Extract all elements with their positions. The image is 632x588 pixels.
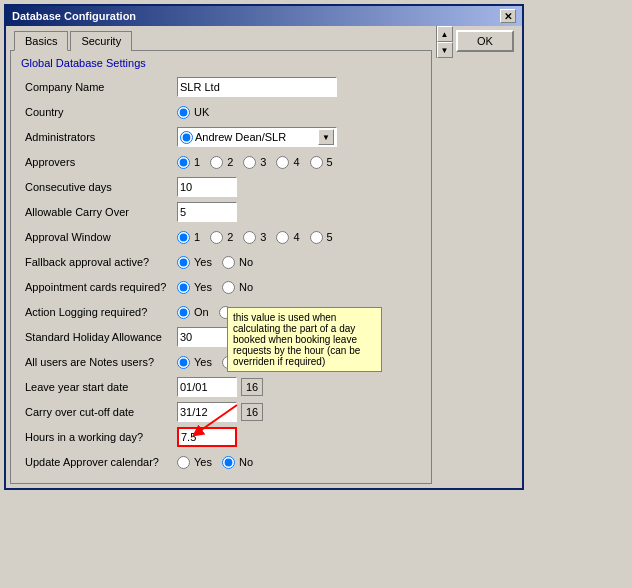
appointment-radio-yes[interactable] <box>177 281 190 294</box>
appwindow-opt-5: 5 <box>327 231 333 243</box>
scroll-down-button[interactable]: ▼ <box>437 42 453 58</box>
country-radio[interactable] <box>177 106 190 119</box>
title-bar: Database Configuration ✕ <box>6 6 522 26</box>
approval-window-radio-group: 1 2 3 4 5 <box>177 231 425 244</box>
fallback-yes-label: Yes <box>194 256 212 268</box>
actionlog-on-label: On <box>194 306 209 318</box>
appwindow-opt-3: 3 <box>260 231 266 243</box>
approvers-opt-5: 5 <box>327 156 333 168</box>
approvers-radio-2[interactable] <box>210 156 223 169</box>
appointment-radio-group: Yes No <box>177 281 425 294</box>
update-approver-radio-group: Yes No <box>177 456 425 469</box>
appwindow-radio-4[interactable] <box>276 231 289 244</box>
allowable-carry-over-control <box>177 202 425 222</box>
approvers-opt-2: 2 <box>227 156 233 168</box>
dropdown-arrow-icon[interactable]: ▼ <box>318 129 334 145</box>
appwindow-radio-5[interactable] <box>310 231 323 244</box>
company-name-label: Company Name <box>17 81 177 93</box>
update-approver-label: Update Approver calendar? <box>17 456 177 468</box>
appointment-yes-label: Yes <box>194 281 212 293</box>
appwindow-opt-1: 1 <box>194 231 200 243</box>
approvers-row: Approvers 1 2 3 4 5 <box>17 152 425 172</box>
approvers-control: 1 2 3 4 5 <box>177 156 425 169</box>
administrators-control: Andrew Dean/SLR ▼ <box>177 127 425 147</box>
tooltip-box: this value is used when calculating the … <box>227 307 382 372</box>
notesusers-radio-yes[interactable] <box>177 356 190 369</box>
appwindow-radio-2[interactable] <box>210 231 223 244</box>
country-control: UK <box>177 106 425 119</box>
right-panel: ▲ ▼ OK <box>436 26 522 58</box>
tabs: Basics Security <box>10 30 432 50</box>
scroll-up-button[interactable]: ▲ <box>437 26 453 42</box>
leave-year-control: 16 <box>177 377 425 397</box>
approval-window-row: Approval Window 1 2 3 4 5 <box>17 227 425 247</box>
updateapprover-no-label: No <box>239 456 253 468</box>
tooltip-arrow <box>187 405 237 435</box>
tab-content-basics: Global Database Settings Company Name Co… <box>10 50 432 484</box>
approval-window-control: 1 2 3 4 5 <box>177 231 425 244</box>
leave-year-input[interactable] <box>177 377 237 397</box>
approvers-opt-1: 1 <box>194 156 200 168</box>
ok-btn-area: OK <box>452 26 522 58</box>
leave-year-date-group: 16 <box>177 377 425 397</box>
updateapprover-radio-yes[interactable] <box>177 456 190 469</box>
fallback-radio-yes[interactable] <box>177 256 190 269</box>
fallback-control: Yes No <box>177 256 425 269</box>
approvers-radio-1[interactable] <box>177 156 190 169</box>
update-approver-control: Yes No <box>177 456 425 469</box>
approvers-radio-4[interactable] <box>276 156 289 169</box>
approvers-radio-group: 1 2 3 4 5 <box>177 156 425 169</box>
appointment-no-label: No <box>239 281 253 293</box>
allowable-carry-over-input[interactable] <box>177 202 237 222</box>
carry-over-suffix: 16 <box>241 403 263 421</box>
action-logging-label: Action Logging required? <box>17 306 177 318</box>
company-name-input[interactable] <box>177 77 337 97</box>
consecutive-days-control <box>177 177 425 197</box>
hours-label: Hours in a working day? <box>17 431 177 443</box>
country-label: Country <box>17 106 177 118</box>
admin-radio[interactable] <box>180 131 193 144</box>
notes-users-label: All users are Notes users? <box>17 356 177 368</box>
appointment-radio-no[interactable] <box>222 281 235 294</box>
approvers-opt-4: 4 <box>293 156 299 168</box>
approval-window-label: Approval Window <box>17 231 177 243</box>
main-content: Basics Security Global Database Settings… <box>6 26 436 488</box>
approvers-label: Approvers <box>17 156 177 168</box>
consecutive-days-label: Consecutive days <box>17 181 177 193</box>
close-button[interactable]: ✕ <box>500 9 516 23</box>
notesusers-yes-label: Yes <box>194 356 212 368</box>
appointment-control: Yes No <box>177 281 425 294</box>
actionlog-radio-on[interactable] <box>177 306 190 319</box>
appointment-label: Appointment cards required? <box>17 281 177 293</box>
carry-over-row: Allowable Carry Over <box>17 202 425 222</box>
approvers-opt-3: 3 <box>260 156 266 168</box>
svg-line-0 <box>197 405 237 433</box>
appwindow-radio-3[interactable] <box>243 231 256 244</box>
approvers-radio-3[interactable] <box>243 156 256 169</box>
scrollbar-ok-row: ▲ ▼ OK <box>436 26 522 58</box>
section-title: Global Database Settings <box>21 57 425 69</box>
hours-row: Hours in a working day? this value is us… <box>17 427 425 447</box>
updateapprover-radio-no[interactable] <box>222 456 235 469</box>
appointment-row: Appointment cards required? Yes No <box>17 277 425 297</box>
administrators-row: Administrators Andrew Dean/SLR ▼ <box>17 127 425 147</box>
appwindow-radio-1[interactable] <box>177 231 190 244</box>
administrators-dropdown[interactable]: Andrew Dean/SLR ▼ <box>177 127 337 147</box>
consecutive-days-input[interactable] <box>177 177 237 197</box>
fallback-radio-no[interactable] <box>222 256 235 269</box>
approvers-radio-5[interactable] <box>310 156 323 169</box>
ok-button[interactable]: OK <box>456 30 514 52</box>
window-body: Basics Security Global Database Settings… <box>6 26 522 488</box>
fallback-row: Fallback approval active? Yes No <box>17 252 425 272</box>
company-name-control <box>177 77 425 97</box>
tooltip-text: this value is used when calculating the … <box>233 312 360 367</box>
tab-security[interactable]: Security <box>70 31 132 51</box>
country-value: UK <box>194 106 209 118</box>
carry-over-cutoff-label: Carry over cut-off date <box>17 406 177 418</box>
appwindow-opt-4: 4 <box>293 231 299 243</box>
leave-year-suffix: 16 <box>241 378 263 396</box>
tab-basics[interactable]: Basics <box>14 31 68 51</box>
administrators-label: Administrators <box>17 131 177 143</box>
country-row: Country UK <box>17 102 425 122</box>
standard-holiday-label: Standard Holiday Allowance <box>17 331 177 343</box>
